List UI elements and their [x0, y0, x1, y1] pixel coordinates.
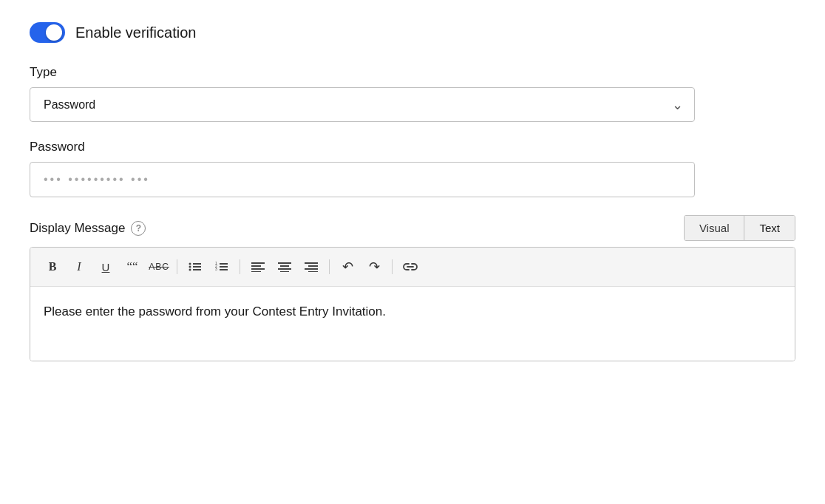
svg-point-1: [189, 266, 191, 268]
type-label: Type: [30, 65, 795, 80]
bold-button[interactable]: B: [41, 255, 64, 279]
help-icon[interactable]: ?: [131, 221, 146, 236]
svg-text:3: 3: [215, 267, 217, 271]
unordered-list-button[interactable]: [183, 255, 207, 279]
visual-button[interactable]: Visual: [685, 216, 745, 240]
svg-point-2: [189, 269, 191, 271]
view-toggle: Visual Text: [684, 215, 795, 241]
display-message-label: Display Message: [30, 221, 125, 236]
italic-button[interactable]: I: [67, 255, 91, 279]
svg-point-0: [189, 263, 191, 265]
toggle-track: [30, 22, 65, 43]
toolbar-divider-1: [177, 259, 177, 274]
enable-verification-row: Enable verification: [30, 22, 795, 43]
undo-button[interactable]: ↶: [336, 255, 359, 279]
enable-verification-toggle[interactable]: [30, 22, 65, 43]
type-field-section: Type Password Email Code ⌄: [30, 65, 795, 122]
display-message-left: Display Message ?: [30, 221, 146, 236]
toolbar-divider-4: [392, 259, 393, 274]
password-field-section: Password: [30, 140, 795, 197]
align-right-button[interactable]: [299, 255, 323, 279]
display-message-header: Display Message ? Visual Text: [30, 215, 795, 241]
editor-content[interactable]: Please enter the password from your Cont…: [30, 287, 795, 361]
redo-button[interactable]: ↷: [362, 255, 386, 279]
password-input[interactable]: [30, 162, 695, 197]
display-message-section: Display Message ? Visual Text B I U ““ A…: [30, 215, 795, 361]
editor-container: B I U ““ ABC 1 2 3: [30, 247, 795, 361]
type-select-wrapper: Password Email Code ⌄: [30, 87, 695, 122]
strikethrough-button[interactable]: ABC: [147, 255, 171, 279]
toolbar-divider-2: [240, 259, 240, 274]
toggle-label: Enable verification: [75, 24, 196, 41]
editor-text: Please enter the password from your Cont…: [44, 304, 386, 319]
type-select[interactable]: Password Email Code: [30, 87, 695, 122]
link-button[interactable]: [398, 255, 422, 279]
editor-toolbar: B I U ““ ABC 1 2 3: [30, 248, 795, 287]
text-button[interactable]: Text: [744, 216, 795, 240]
ordered-list-button[interactable]: 1 2 3: [210, 255, 234, 279]
align-left-button[interactable]: [246, 255, 270, 279]
underline-button[interactable]: U: [94, 255, 118, 279]
toggle-thumb: [46, 24, 62, 41]
align-center-button[interactable]: [273, 255, 296, 279]
blockquote-button[interactable]: ““: [120, 255, 144, 279]
password-label: Password: [30, 140, 795, 154]
toolbar-divider-3: [329, 259, 330, 274]
